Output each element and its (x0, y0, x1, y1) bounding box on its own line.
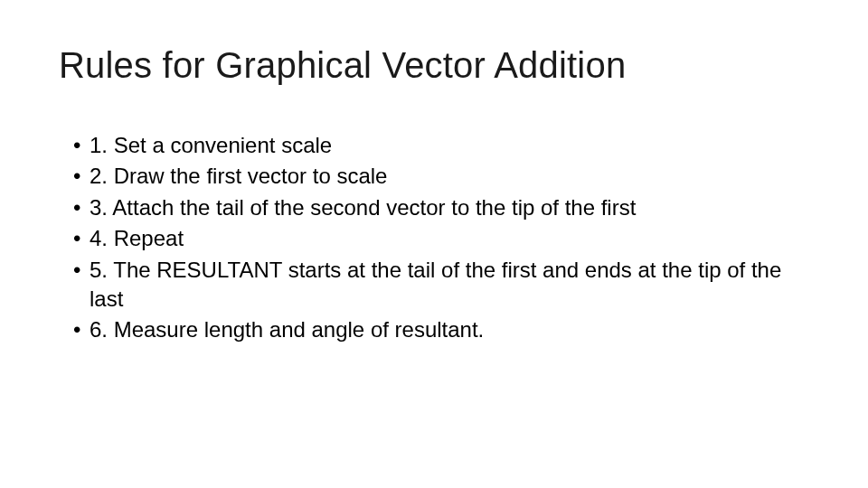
list-item: 6. Measure length and angle of resultant… (73, 315, 809, 344)
list-item: 1. Set a convenient scale (73, 131, 809, 160)
rules-list: 1. Set a convenient scale 2. Draw the fi… (59, 131, 809, 345)
list-item: 4. Repeat (73, 224, 809, 253)
list-item: 2. Draw the first vector to scale (73, 162, 809, 191)
page-title: Rules for Graphical Vector Addition (59, 45, 809, 86)
list-item: 5. The RESULTANT starts at the tail of t… (73, 256, 809, 314)
list-item: 3. Attach the tail of the second vector … (73, 193, 809, 222)
